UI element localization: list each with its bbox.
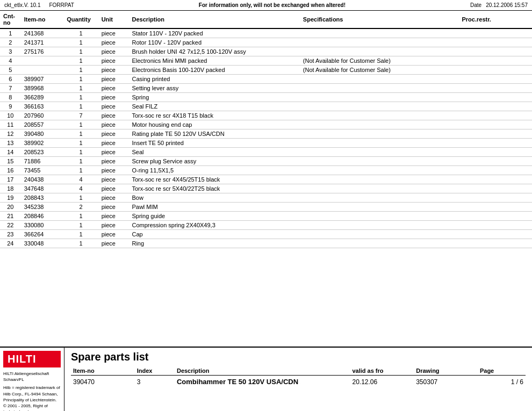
cell-spec [300, 175, 459, 184]
footer-description: Combihammer TE 50 120V USA/CDN [175, 376, 350, 388]
table-row: 2 241371 1 piece Rotor 110V - 120V packe… [0, 38, 532, 47]
cell-item: 275176 [21, 47, 64, 56]
cell-unit: piece [98, 84, 129, 93]
table-row: 21 208846 1 piece Spring guide [0, 212, 532, 221]
table-row: 8 366289 1 piece Spring [0, 93, 532, 102]
cell-qty: 1 [63, 148, 98, 157]
table-row: 9 366163 1 piece Seal FILZ [0, 102, 532, 111]
table-row: 3 275176 1 piece Brush holder UNI 42 7x1… [0, 47, 532, 56]
cell-item [21, 66, 64, 75]
cell-proc [459, 129, 533, 139]
cell-proc [459, 56, 533, 66]
cell-desc: Torx-soc re scr 4X18 T15 black [128, 111, 299, 120]
table-row: 22 330080 1 piece Compression spring 2X4… [0, 221, 532, 230]
cell-spec: (Not Available for Customer Sale) [300, 66, 459, 75]
cell-unit: piece [98, 120, 129, 129]
cell-cnt: 1 [0, 28, 21, 38]
footer-item-no: 390470 [71, 376, 135, 388]
cell-spec [300, 139, 459, 148]
cell-cnt: 18 [0, 184, 21, 193]
table-row: 11 208557 1 piece Motor housing end cap [0, 120, 532, 129]
cell-item: 208557 [21, 120, 64, 129]
cell-proc [459, 166, 533, 175]
footer-header-row: Item-no Index Description valid as fro D… [71, 366, 526, 376]
cell-unit: piece [98, 66, 129, 75]
footer-logo-section: HILTI HILTI Aktiengesellschaft Schaan/FL… [0, 348, 64, 411]
cell-unit: piece [98, 93, 129, 102]
footer-col-index-header: Index [135, 366, 175, 376]
footer-valid: 20.12.06 [350, 376, 414, 388]
cell-spec [300, 193, 459, 203]
cell-cnt: 5 [0, 66, 21, 75]
header-right: Date 20.12.2006 15:57 [470, 2, 528, 8]
cell-item: 241368 [21, 28, 64, 38]
table-row: 24 330048 1 piece Ring [0, 239, 532, 248]
cell-proc [459, 175, 533, 184]
cell-desc: Casing printed [128, 75, 299, 84]
cell-qty: 1 [63, 102, 98, 111]
cell-desc: Setting lever assy [128, 84, 299, 93]
cell-cnt: 11 [0, 120, 21, 129]
cell-cnt: 19 [0, 193, 21, 203]
cell-item [21, 56, 64, 66]
cell-item: 389968 [21, 84, 64, 93]
cell-qty: 4 [63, 175, 98, 184]
cell-spec [300, 157, 459, 166]
cell-spec: (Not Available for Customer Sale) [300, 56, 459, 66]
cell-item: 389902 [21, 139, 64, 148]
cell-proc [459, 203, 533, 212]
table-row: 4 1 piece Electronics Mini MMI packed (N… [0, 56, 532, 66]
cell-item: 347648 [21, 184, 64, 193]
cell-desc: Motor housing end cap [128, 120, 299, 129]
cell-item: 330048 [21, 239, 64, 248]
cell-qty: 1 [63, 230, 98, 239]
cell-cnt: 2 [0, 38, 21, 47]
cell-cnt: 10 [0, 111, 21, 120]
footer-col-drawing-header: Drawing [414, 366, 478, 376]
header-code: FORRPAT [49, 2, 74, 8]
cell-unit: piece [98, 129, 129, 139]
cell-item: 366264 [21, 230, 64, 239]
footer-col-valid-header: valid as fro [350, 366, 414, 376]
cell-desc: Rotor 110V - 120V packed [128, 38, 299, 47]
cell-cnt: 23 [0, 230, 21, 239]
cell-desc: Seal [128, 148, 299, 157]
header-left: ckt_etlx.V. 10.1 FORRPAT [4, 2, 74, 8]
cell-unit: piece [98, 56, 129, 66]
cell-spec [300, 47, 459, 56]
cell-unit: piece [98, 166, 129, 175]
cell-item: 345238 [21, 203, 64, 212]
cell-cnt: 9 [0, 102, 21, 111]
table-row: 12 390480 1 piece Rating plate TE 50 120… [0, 129, 532, 139]
table-row: 18 347648 4 piece Torx-soc re scr 5X40/2… [0, 184, 532, 193]
cell-proc [459, 193, 533, 203]
cell-spec [300, 129, 459, 139]
cell-desc: Seal FILZ [128, 102, 299, 111]
cell-proc [459, 139, 533, 148]
cell-desc: Ring [128, 239, 299, 248]
cell-cnt: 7 [0, 84, 21, 93]
col-header-qty: Quantity [63, 11, 98, 28]
cell-item: 241371 [21, 38, 64, 47]
cell-cnt: 15 [0, 157, 21, 166]
cell-spec [300, 84, 459, 93]
cell-spec [300, 93, 459, 102]
cell-qty: 4 [63, 184, 98, 193]
cell-item: 207960 [21, 111, 64, 120]
cell-spec [300, 221, 459, 230]
cell-spec [300, 230, 459, 239]
cell-unit: piece [98, 28, 129, 38]
cell-proc [459, 28, 533, 38]
table-row: 20 345238 2 piece Pawl MIM [0, 203, 532, 212]
cell-desc: Torx-soc re scr 5X40/22T25 black [128, 184, 299, 193]
cell-qty: 1 [63, 47, 98, 56]
cell-qty: 1 [63, 221, 98, 230]
cell-item: 389907 [21, 75, 64, 84]
cell-spec [300, 212, 459, 221]
cell-cnt: 6 [0, 75, 21, 84]
cell-desc: Insert TE 50 printed [128, 139, 299, 148]
footer-data-row: 390470 3 Combihammer TE 50 120V USA/CDN … [71, 376, 526, 388]
cell-desc: Compression spring 2X40X49,3 [128, 221, 299, 230]
cell-qty: 1 [63, 28, 98, 38]
cell-proc [459, 230, 533, 239]
